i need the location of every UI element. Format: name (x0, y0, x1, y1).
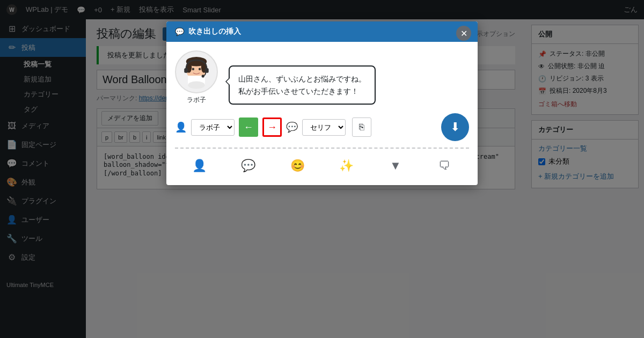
modal-overlay: 💬 吹き出しの挿入 ✕ (0, 0, 644, 338)
character-row: ラボ子 山田さん、ずいぶんとお悩みですね。 私がお手伝いさせていただきます！ (175, 50, 469, 105)
balloon-icon[interactable]: 💬 (238, 155, 259, 177)
svg-point-3 (188, 82, 205, 89)
avatar-name: ラボ子 (187, 95, 206, 105)
svg-point-9 (202, 75, 204, 77)
balloon-select[interactable]: セリフ (302, 119, 346, 136)
character-icon[interactable]: 👤 (189, 155, 210, 177)
bubble-text-line2: 私がお手伝いさせていただきます！ (238, 87, 358, 95)
balloon-insert-modal: 💬 吹き出しの挿入 ✕ (166, 21, 478, 185)
character-select[interactable]: ラボ子 (191, 119, 235, 136)
modal-title-icon: 💬 (175, 27, 184, 36)
svg-point-11 (199, 68, 201, 70)
tab-icons-row: 👤💬😊✨▼🗨 (175, 148, 469, 177)
modal-body: ラボ子 山田さん、ずいぶんとお悩みですね。 私がお手伝いさせていただきます！ 👤… (166, 42, 478, 185)
bubble-text-line1: 山田さん、ずいぶんとお悩みですね。 (238, 75, 366, 83)
modal-close-button[interactable]: ✕ (456, 26, 471, 41)
avatar-wrapper: ラボ子 (175, 50, 218, 105)
emoji-icon[interactable]: 😊 (287, 155, 308, 177)
message-icon[interactable]: 🗨 (434, 155, 455, 177)
controls-row: 👤 ラボ子 ← → 💬 セリフ ⎘ ⬇ (175, 113, 469, 141)
modal-title: 吹き出しの挿入 (188, 27, 241, 36)
balloon-select-icon: 💬 (286, 121, 298, 133)
char-select-icon: 👤 (175, 121, 187, 133)
copy-button[interactable]: ⎘ (352, 117, 371, 137)
avatar-image (178, 53, 215, 91)
svg-rect-7 (184, 68, 188, 73)
filter-icon[interactable]: ▼ (385, 155, 406, 177)
avatar (175, 50, 218, 93)
effect-icon[interactable]: ✨ (336, 155, 357, 177)
modal-header: 💬 吹き出しの挿入 (166, 21, 478, 42)
right-arrow-button[interactable]: → (262, 117, 282, 137)
left-arrow-button[interactable]: ← (239, 117, 258, 137)
speech-bubble: 山田さん、ずいぶんとお悩みですね。 私がお手伝いさせていただきます！ (229, 65, 376, 105)
insert-button[interactable]: ⬇ (441, 113, 469, 141)
svg-point-10 (192, 68, 194, 70)
